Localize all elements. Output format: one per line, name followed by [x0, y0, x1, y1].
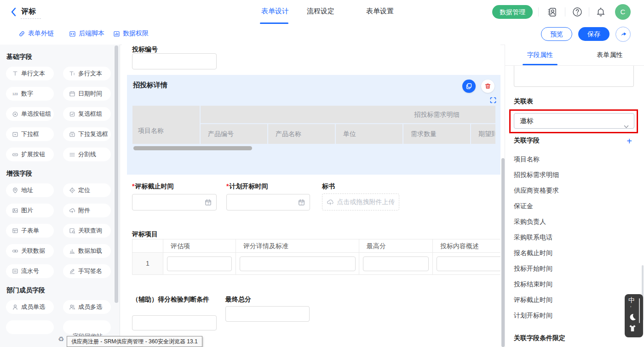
preview-button[interactable]: 预览 — [541, 27, 572, 41]
back-button[interactable] — [10, 6, 17, 17]
score-item-input[interactable] — [167, 256, 232, 271]
tab-form-setting[interactable]: 表单设置 — [366, 7, 394, 16]
ime-punctuation-button[interactable]: ʼ — [630, 305, 631, 311]
field-type-single-line-text[interactable]: 单行文本 — [6, 67, 54, 80]
tab-form-properties[interactable]: 表单属性 — [575, 45, 644, 65]
deadline-date-input[interactable]: 7 — [132, 194, 217, 210]
score-table[interactable]: 评估项 评分详情及标准 最高分 投标内容概述 1 — [132, 239, 500, 275]
notification-bell-icon[interactable] — [595, 6, 606, 17]
related-field-item[interactable]: 采购联系电话 — [514, 229, 559, 245]
copy-field-button[interactable] — [462, 80, 476, 93]
pill-label: 地址 — [21, 186, 33, 194]
single-line-text-icon — [12, 70, 18, 77]
save-button[interactable]: 保存 — [578, 27, 610, 41]
recycle-icon[interactable]: ♻ — [58, 335, 64, 343]
tab-flow-setting[interactable]: 流程设定 — [307, 7, 334, 16]
external-link-button[interactable]: 表单外链 — [18, 29, 54, 38]
score-max-cell — [359, 253, 433, 274]
related-field-item[interactable]: 采购负责人 — [514, 214, 559, 229]
field-type-multi-select[interactable]: 下拉复选框 — [63, 127, 111, 141]
final-score-input[interactable] — [225, 306, 310, 322]
shirt-skin-icon[interactable] — [628, 324, 637, 333]
subform-horizontal-scrollbar[interactable] — [133, 146, 252, 150]
field-type-datetime[interactable]: 日期时间 — [63, 87, 111, 101]
svg-text:7: 7 — [207, 202, 209, 205]
backend-script-label: 后端脚本 — [79, 29, 104, 38]
canvas-scrollbar[interactable] — [501, 158, 505, 347]
field-type-multi-line-text[interactable]: 多行文本 — [63, 67, 111, 80]
related-field-item[interactable]: 保证金 — [514, 198, 559, 214]
row-index: 1 — [132, 253, 163, 274]
contact-book-icon[interactable] — [546, 6, 558, 17]
aux-condition-input[interactable] — [132, 315, 217, 330]
field-type-address[interactable]: 地址 — [6, 183, 54, 197]
related-table-dropdown[interactable]: 邀标 — [514, 113, 634, 129]
related-field-item[interactable]: 供应商资格要求 — [514, 182, 559, 198]
member-fields-grid: 成员单选 成员多选 — [6, 300, 120, 334]
score-summary-input[interactable] — [437, 256, 500, 271]
field-type-expand-button[interactable]: 扩展按钮 — [6, 148, 54, 161]
open-time-date-input[interactable]: 7 — [226, 194, 310, 210]
upload-button-text: 点击或拖拽附件上传 — [337, 198, 395, 206]
condition-limit-label: 关联字段条件限定 — [514, 334, 565, 342]
user-avatar[interactable]: C — [615, 4, 631, 20]
property-tabs: 字段属性 表单属性 — [505, 45, 644, 66]
related-field-item[interactable]: 招投标需求明细 — [514, 167, 559, 182]
related-field-item[interactable]: 投标开始时间 — [514, 261, 559, 276]
field-type-linked-data[interactable]: 关联数据 — [6, 244, 54, 258]
form-designer-window: 评标 表单设计 流程设定 表单设置 数据管理 C 表单外链 后端脚本 — [0, 0, 644, 347]
field-type-member-single[interactable]: 成员单选 — [6, 300, 54, 314]
pill-label: 成员多选 — [78, 303, 102, 311]
related-field-item[interactable]: 报名截止时间 — [514, 245, 559, 261]
help-icon[interactable] — [572, 6, 583, 17]
share-button[interactable] — [615, 27, 631, 42]
score-col-detail: 评分详情及标准 — [236, 239, 359, 253]
score-item-cell — [163, 253, 236, 274]
field-type-radio-group[interactable]: 单选按钮组 — [6, 107, 54, 121]
field-type-attachment[interactable]: 附件 — [63, 204, 111, 217]
backend-script-button[interactable]: 后端脚本 — [69, 29, 104, 38]
calendar-icon: 7 — [205, 199, 212, 206]
field-type-member-multi[interactable]: 成员多选 — [63, 300, 111, 314]
field-type-hidden-pill[interactable] — [6, 320, 54, 334]
field-type-select[interactable]: 下拉框 — [6, 127, 54, 141]
add-related-field-button[interactable]: + — [625, 137, 634, 146]
subform-col-product-code: 产品编号 — [201, 124, 267, 144]
tab-form-design[interactable]: 表单设计 — [261, 7, 289, 16]
field-type-divider[interactable]: 分割线 — [63, 148, 111, 161]
ime-language-button[interactable]: 中 — [628, 296, 635, 305]
number-icon: 123 — [12, 91, 18, 97]
field-type-signature[interactable]: 手写签名 — [63, 264, 111, 278]
pill-label: 分割线 — [78, 150, 96, 159]
related-field-item[interactable]: 项目名称 — [514, 151, 559, 167]
field-title-input-partial[interactable] — [514, 66, 634, 87]
sidebar-scrollbar[interactable] — [115, 46, 118, 303]
related-field-item[interactable]: 投标结束时间 — [514, 276, 559, 292]
pill-label: 附件 — [78, 206, 90, 215]
moon-icon[interactable] — [628, 313, 637, 322]
field-type-data-load[interactable]: 数据加载 — [63, 244, 111, 258]
delete-field-button[interactable] — [481, 80, 494, 93]
tab-field-properties[interactable]: 字段属性 — [505, 45, 575, 65]
field-type-number[interactable]: 123数字 — [6, 87, 54, 101]
score-detail-input[interactable] — [240, 256, 356, 271]
expand-field-icon[interactable] — [490, 97, 496, 103]
field-type-subform[interactable]: 子表单 — [6, 224, 54, 238]
bid-number-input[interactable] — [132, 53, 217, 69]
field-type-location[interactable]: 定位 — [63, 183, 111, 197]
field-type-serial-number[interactable]: 流水号 — [6, 264, 54, 278]
subform-table[interactable]: 项目名称 招投标需求明细 产品编号 产品名称 单位 需求数量 期望到货 — [132, 106, 495, 144]
related-field-item[interactable]: 计划开标时间 — [514, 307, 559, 323]
score-max-input[interactable] — [363, 256, 429, 271]
related-field-item[interactable]: 评标截止时间 — [514, 292, 559, 307]
field-type-image[interactable]: 图片 — [6, 204, 54, 217]
bid-doc-label: 标书 — [322, 182, 335, 191]
field-type-checkbox-group[interactable]: 复选框组 — [63, 107, 111, 121]
field-type-lookup-query[interactable]: 关联查询 — [63, 224, 111, 238]
attachment-upload-button[interactable]: 点击或拖拽附件上传 — [322, 193, 399, 210]
radio-group-icon — [12, 111, 18, 117]
related-table-label: 关联表 — [514, 97, 533, 106]
subform-field-panel[interactable]: 招投标详情 项目名称 招投标需求明细 产品编号 产品名称 单位 需求数量 期望到… — [127, 75, 500, 175]
data-permission-button[interactable]: 数据权限 — [113, 29, 149, 38]
data-manage-button[interactable]: 数据管理 — [492, 5, 533, 19]
